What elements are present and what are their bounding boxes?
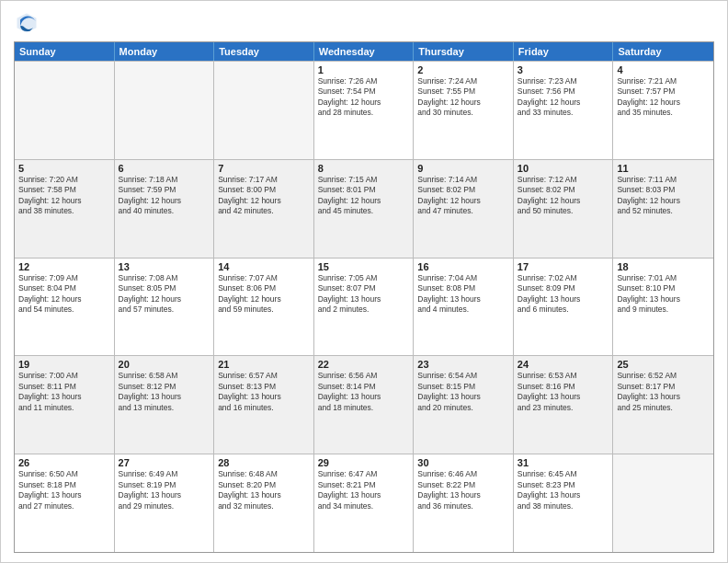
weekday-header-monday: Monday <box>115 42 215 61</box>
calendar-cell-r2-c4: 16Sunrise: 7:04 AMSunset: 8:08 PMDayligh… <box>414 259 514 356</box>
day-number: 11 <box>617 163 710 174</box>
day-info: Sunrise: 6:47 AMSunset: 8:21 PMDaylight:… <box>318 469 410 511</box>
calendar-row-0: 1Sunrise: 7:26 AMSunset: 7:54 PMDaylight… <box>15 61 713 159</box>
day-number: 25 <box>617 359 710 370</box>
day-number: 17 <box>518 261 609 272</box>
calendar-cell-r3-c2: 21Sunrise: 6:57 AMSunset: 8:13 PMDayligh… <box>214 356 314 454</box>
day-number: 4 <box>617 64 710 75</box>
calendar-body: 1Sunrise: 7:26 AMSunset: 7:54 PMDaylight… <box>15 61 713 552</box>
calendar-cell-r2-c1: 13Sunrise: 7:08 AMSunset: 8:05 PMDayligh… <box>115 259 215 356</box>
day-number: 16 <box>417 261 509 272</box>
day-number: 22 <box>318 359 410 370</box>
calendar-cell-r0-c6: 4Sunrise: 7:21 AMSunset: 7:57 PMDaylight… <box>613 62 713 159</box>
day-info: Sunrise: 7:12 AMSunset: 8:02 PMDaylight:… <box>518 175 609 217</box>
day-number: 19 <box>18 359 110 370</box>
day-number: 1 <box>318 64 410 75</box>
calendar-cell-r1-c6: 11Sunrise: 7:11 AMSunset: 8:03 PMDayligh… <box>613 160 713 258</box>
calendar-cell-r1-c1: 6Sunrise: 7:18 AMSunset: 7:59 PMDaylight… <box>115 160 215 258</box>
day-number: 15 <box>318 261 410 272</box>
day-info: Sunrise: 6:50 AMSunset: 8:18 PMDaylight:… <box>18 469 110 511</box>
day-number: 6 <box>119 163 210 174</box>
header <box>14 10 714 36</box>
day-number: 18 <box>617 261 710 272</box>
calendar-row-3: 19Sunrise: 7:00 AMSunset: 8:11 PMDayligh… <box>15 355 713 454</box>
day-number: 12 <box>18 261 110 272</box>
calendar-cell-r1-c0: 5Sunrise: 7:20 AMSunset: 7:58 PMDaylight… <box>15 160 115 258</box>
day-number: 3 <box>518 64 609 75</box>
day-info: Sunrise: 6:45 AMSunset: 8:23 PMDaylight:… <box>518 469 609 511</box>
day-info: Sunrise: 7:24 AMSunset: 7:55 PMDaylight:… <box>417 76 509 119</box>
page: SundayMondayTuesdayWednesdayThursdayFrid… <box>0 0 728 563</box>
day-number: 23 <box>417 359 509 370</box>
calendar-cell-r1-c5: 10Sunrise: 7:12 AMSunset: 8:02 PMDayligh… <box>514 160 614 258</box>
day-number: 7 <box>218 163 310 174</box>
calendar: SundayMondayTuesdayWednesdayThursdayFrid… <box>14 41 714 553</box>
day-number: 31 <box>518 457 609 468</box>
day-number: 21 <box>218 359 310 370</box>
calendar-cell-r4-c6 <box>613 454 713 552</box>
calendar-row-4: 26Sunrise: 6:50 AMSunset: 8:18 PMDayligh… <box>15 454 713 552</box>
day-number: 10 <box>518 163 609 174</box>
day-number: 30 <box>417 457 509 468</box>
calendar-cell-r3-c0: 19Sunrise: 7:00 AMSunset: 8:11 PMDayligh… <box>15 356 115 454</box>
day-number: 29 <box>318 457 410 468</box>
calendar-cell-r0-c4: 2Sunrise: 7:24 AMSunset: 7:55 PMDaylight… <box>414 62 514 159</box>
calendar-cell-r4-c2: 28Sunrise: 6:48 AMSunset: 8:20 PMDayligh… <box>214 454 314 552</box>
calendar-cell-r0-c5: 3Sunrise: 7:23 AMSunset: 7:56 PMDaylight… <box>514 62 614 159</box>
day-info: Sunrise: 7:17 AMSunset: 8:00 PMDaylight:… <box>218 175 310 217</box>
calendar-cell-r4-c5: 31Sunrise: 6:45 AMSunset: 8:23 PMDayligh… <box>514 454 614 552</box>
day-info: Sunrise: 7:04 AMSunset: 8:08 PMDaylight:… <box>417 273 509 316</box>
day-number: 26 <box>18 457 110 468</box>
calendar-cell-r0-c0 <box>15 62 115 159</box>
calendar-cell-r2-c6: 18Sunrise: 7:01 AMSunset: 8:10 PMDayligh… <box>613 259 713 356</box>
day-info: Sunrise: 7:26 AMSunset: 7:54 PMDaylight:… <box>318 76 410 119</box>
day-number: 14 <box>218 261 310 272</box>
day-info: Sunrise: 6:53 AMSunset: 8:16 PMDaylight:… <box>518 371 609 413</box>
day-number: 24 <box>518 359 609 370</box>
weekday-header-wednesday: Wednesday <box>314 42 415 61</box>
calendar-cell-r4-c0: 26Sunrise: 6:50 AMSunset: 8:18 PMDayligh… <box>15 454 115 552</box>
day-info: Sunrise: 6:46 AMSunset: 8:22 PMDaylight:… <box>417 469 509 511</box>
weekday-header-tuesday: Tuesday <box>214 42 314 61</box>
day-info: Sunrise: 6:52 AMSunset: 8:17 PMDaylight:… <box>617 371 710 413</box>
calendar-row-1: 5Sunrise: 7:20 AMSunset: 7:58 PMDaylight… <box>15 159 713 258</box>
calendar-cell-r2-c5: 17Sunrise: 7:02 AMSunset: 8:09 PMDayligh… <box>514 259 614 356</box>
calendar-cell-r1-c3: 8Sunrise: 7:15 AMSunset: 8:01 PMDaylight… <box>314 160 415 258</box>
weekday-header-sunday: Sunday <box>15 42 115 61</box>
calendar-cell-r4-c3: 29Sunrise: 6:47 AMSunset: 8:21 PMDayligh… <box>314 454 415 552</box>
calendar-cell-r3-c1: 20Sunrise: 6:58 AMSunset: 8:12 PMDayligh… <box>115 356 215 454</box>
day-info: Sunrise: 7:18 AMSunset: 7:59 PMDaylight:… <box>119 175 210 217</box>
calendar-cell-r3-c5: 24Sunrise: 6:53 AMSunset: 8:16 PMDayligh… <box>514 356 614 454</box>
day-info: Sunrise: 6:57 AMSunset: 8:13 PMDaylight:… <box>218 371 310 413</box>
day-info: Sunrise: 7:07 AMSunset: 8:06 PMDaylight:… <box>218 273 310 316</box>
day-info: Sunrise: 7:23 AMSunset: 7:56 PMDaylight:… <box>518 76 609 119</box>
calendar-cell-r1-c4: 9Sunrise: 7:14 AMSunset: 8:02 PMDaylight… <box>414 160 514 258</box>
logo <box>14 10 43 36</box>
day-number: 9 <box>417 163 509 174</box>
calendar-cell-r3-c6: 25Sunrise: 6:52 AMSunset: 8:17 PMDayligh… <box>613 356 713 454</box>
day-info: Sunrise: 7:11 AMSunset: 8:03 PMDaylight:… <box>617 175 710 217</box>
calendar-cell-r2-c0: 12Sunrise: 7:09 AMSunset: 8:04 PMDayligh… <box>15 259 115 356</box>
day-info: Sunrise: 7:14 AMSunset: 8:02 PMDaylight:… <box>417 175 509 217</box>
calendar-header: SundayMondayTuesdayWednesdayThursdayFrid… <box>15 42 713 61</box>
day-info: Sunrise: 7:08 AMSunset: 8:05 PMDaylight:… <box>119 273 210 316</box>
day-info: Sunrise: 6:48 AMSunset: 8:20 PMDaylight:… <box>218 469 310 511</box>
day-info: Sunrise: 7:02 AMSunset: 8:09 PMDaylight:… <box>518 273 609 316</box>
day-info: Sunrise: 7:09 AMSunset: 8:04 PMDaylight:… <box>18 273 110 316</box>
calendar-row-2: 12Sunrise: 7:09 AMSunset: 8:04 PMDayligh… <box>15 258 713 356</box>
weekday-header-thursday: Thursday <box>414 42 514 61</box>
day-info: Sunrise: 7:01 AMSunset: 8:10 PMDaylight:… <box>617 273 710 316</box>
calendar-cell-r4-c4: 30Sunrise: 6:46 AMSunset: 8:22 PMDayligh… <box>414 454 514 552</box>
day-info: Sunrise: 7:00 AMSunset: 8:11 PMDaylight:… <box>18 371 110 413</box>
day-number: 20 <box>119 359 210 370</box>
day-number: 28 <box>218 457 310 468</box>
day-info: Sunrise: 6:49 AMSunset: 8:19 PMDaylight:… <box>119 469 210 511</box>
day-info: Sunrise: 6:56 AMSunset: 8:14 PMDaylight:… <box>318 371 410 413</box>
day-info: Sunrise: 6:58 AMSunset: 8:12 PMDaylight:… <box>119 371 210 413</box>
calendar-cell-r1-c2: 7Sunrise: 7:17 AMSunset: 8:00 PMDaylight… <box>214 160 314 258</box>
logo-icon <box>14 10 40 36</box>
day-number: 8 <box>318 163 410 174</box>
day-info: Sunrise: 7:20 AMSunset: 7:58 PMDaylight:… <box>18 175 110 217</box>
calendar-cell-r3-c3: 22Sunrise: 6:56 AMSunset: 8:14 PMDayligh… <box>314 356 415 454</box>
day-number: 27 <box>119 457 210 468</box>
